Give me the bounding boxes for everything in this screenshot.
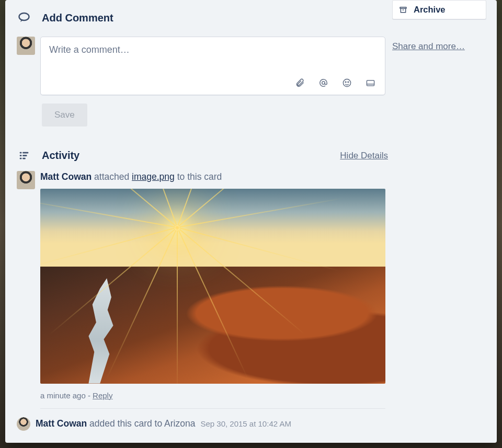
activity-timestamp: Sep 30, 2015 at 10:42 AM: [200, 419, 291, 429]
activity-icon: [17, 150, 31, 162]
archive-icon: [399, 6, 407, 14]
svg-rect-7: [20, 152, 22, 153]
comment-toolbar: [41, 74, 385, 95]
add-comment-header: Add Comment: [17, 12, 388, 24]
activity-text: Matt Cowan added this card to Arizona Se…: [36, 418, 382, 430]
svg-rect-13: [400, 7, 406, 8]
svg-rect-8: [22, 152, 28, 153]
activity-user[interactable]: Matt Cowan: [40, 171, 92, 182]
svg-rect-5: [367, 80, 374, 85]
svg-point-2: [343, 79, 350, 86]
svg-rect-9: [20, 155, 22, 156]
sidebar: Archive Share and more…: [392, 0, 497, 443]
card-icon[interactable]: [366, 78, 375, 88]
activity-item: Matt Cowan attached image.png to this ca…: [17, 171, 388, 409]
mention-icon[interactable]: [318, 78, 328, 88]
svg-point-1: [322, 81, 325, 84]
activity-meta: a minute ago - Reply: [40, 391, 385, 409]
main-column: Add Comment: [5, 0, 392, 443]
archive-button[interactable]: Archive: [392, 0, 486, 19]
speech-bubble-icon: [17, 12, 31, 24]
svg-point-3: [345, 82, 346, 83]
activity-item: Matt Cowan added this card to Arizona Se…: [17, 417, 388, 431]
add-comment-title: Add Comment: [42, 12, 113, 24]
svg-point-4: [348, 82, 349, 83]
attachment-icon[interactable]: [295, 78, 305, 88]
hide-details-link[interactable]: Hide Details: [340, 151, 388, 161]
svg-rect-10: [22, 155, 27, 156]
svg-rect-12: [22, 157, 26, 159]
avatar[interactable]: [17, 171, 35, 189]
activity-user[interactable]: Matt Cowan: [36, 418, 87, 429]
emoji-icon[interactable]: [342, 78, 352, 88]
avatar[interactable]: [17, 417, 30, 431]
svg-rect-11: [20, 157, 22, 159]
share-more-link[interactable]: Share and more…: [392, 41, 465, 52]
reply-link[interactable]: Reply: [93, 391, 112, 400]
comment-box[interactable]: [40, 37, 385, 95]
svg-point-0: [19, 13, 29, 20]
activity-time: a minute ago: [40, 391, 86, 400]
avatar[interactable]: [17, 37, 35, 55]
comment-row: [17, 37, 388, 95]
comment-input[interactable]: [41, 37, 385, 74]
activity-header: Activity Hide Details: [17, 150, 388, 162]
activity-title: Activity: [42, 150, 79, 162]
save-button[interactable]: Save: [42, 104, 87, 127]
activity-text: Matt Cowan attached image.png to this ca…: [40, 171, 386, 183]
card-modal: Add Comment: [5, 0, 497, 443]
attachment-link[interactable]: image.png: [132, 171, 175, 182]
archive-label: Archive: [414, 5, 446, 15]
attachment-thumbnail[interactable]: [40, 189, 385, 384]
